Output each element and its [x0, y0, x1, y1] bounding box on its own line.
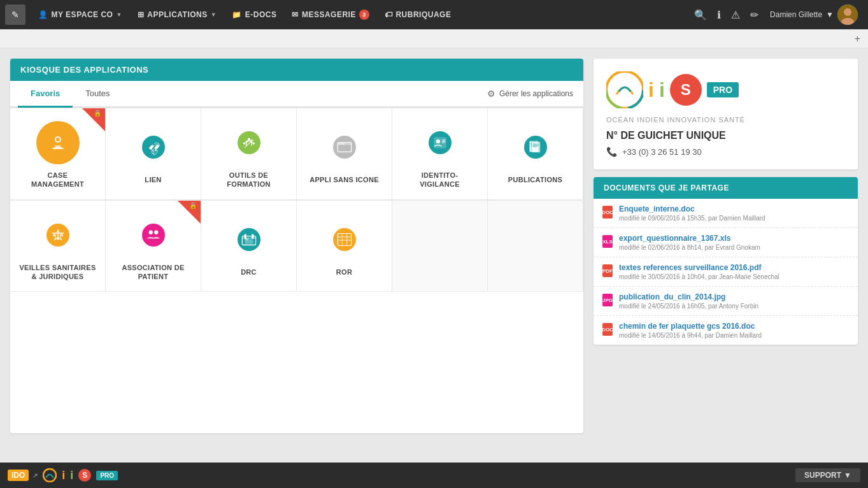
doc-item[interactable]: DOC Enquete_interne.doc modifié le 09/06…: [594, 199, 858, 228]
top-navigation: ✎ 👤 MY ESPACE CO ▼ ⊞ APPLICATIONS ▼ 📁 E-…: [0, 0, 868, 29]
nav-edocs[interactable]: 📁 E-DOCS: [225, 6, 283, 23]
app-cell-publications[interactable]: PUBLICATIONS: [488, 108, 583, 200]
svg-point-18: [341, 143, 342, 145]
phone-number: +33 (0) 3 26 51 19 30: [622, 147, 702, 157]
app-icon-publications: [514, 126, 557, 169]
doc-info: export_questionnaire_1367.xls modifié le…: [619, 234, 849, 251]
doc-meta: modifié le 09/06/2016 à 15h35, par Damie…: [619, 215, 849, 222]
app-cell-empty-2: [488, 201, 583, 292]
app-icon-identito-vigilance: [418, 121, 462, 164]
org-circle-logo: [606, 71, 643, 108]
alert-button[interactable]: ⚠: [727, 6, 744, 24]
tab-favoris[interactable]: Favoris: [18, 81, 73, 108]
app-cell-association-patient[interactable]: ASSOCIATION DEPATIENT: [106, 201, 201, 292]
nav-rubriquage-label: RUBRIQUAGE: [395, 10, 451, 19]
svg-point-39: [142, 224, 165, 247]
doc-name: Enquete_interne.doc: [619, 205, 849, 213]
tab-toutes[interactable]: Toutes: [73, 81, 122, 108]
app-cell-case-management[interactable]: CASEMANAGEMENT: [10, 108, 106, 200]
gear-icon: ⚙: [487, 89, 495, 99]
app-cell-ror[interactable]: ROR: [297, 201, 392, 292]
bottom-pro-badge: PRO: [96, 471, 118, 480]
svg-point-1: [844, 8, 851, 16]
doc-item[interactable]: DOC chemin de fer plaquette gcs 2016.doc…: [594, 316, 858, 345]
doc-info: Enquete_interne.doc modifié le 09/06/201…: [619, 205, 849, 222]
nav-my-espace[interactable]: 👤 MY ESPACE CO ▼: [32, 6, 129, 23]
edit-pencil-button[interactable]: ✏: [746, 6, 762, 24]
svg-point-5: [56, 138, 60, 141]
svg-rect-33: [532, 145, 539, 146]
user-menu[interactable]: Damien Gillette ▼: [765, 2, 863, 27]
nav-my-espace-label: MY ESPACE CO: [52, 10, 113, 19]
bottom-i2-icon: i: [70, 469, 73, 482]
doc-meta: modifié le 30/05/2016 à 10h04, par Jean-…: [619, 273, 849, 280]
chevron-down-icon: ▼: [844, 471, 851, 480]
app-cell-identito-vigilance[interactable]: IDENTITO-VIGILANCE: [392, 108, 488, 200]
svg-rect-32: [532, 144, 539, 145]
svg-point-19: [343, 143, 344, 145]
doc-type-icon: JPG: [602, 294, 613, 306]
right-panel: i i S PRO OCÉAN INDIEN INNOVATION SANTÉ …: [594, 59, 858, 433]
messagerie-badge: 3: [359, 10, 369, 20]
org-info-card: i i S PRO OCÉAN INDIEN INNOVATION SANTÉ …: [594, 59, 858, 169]
svg-rect-6: [55, 145, 61, 147]
username-label: Damien Gillette: [770, 10, 822, 19]
svg-rect-47: [245, 238, 248, 240]
bottom-circle-logo: [43, 468, 57, 482]
svg-point-48: [333, 228, 356, 251]
expand-button[interactable]: +: [855, 33, 860, 45]
chevron-down-icon: ▼: [116, 11, 122, 18]
bottom-s-icon: S: [78, 469, 91, 482]
folder-icon: 📁: [232, 10, 242, 19]
doc-info: textes references surveillance 2016.pdf …: [619, 263, 849, 280]
svg-rect-45: [252, 234, 253, 238]
ido-badge: IDO: [8, 470, 29, 481]
app-grid-row1: CASEMANAGEMENT L: [10, 108, 583, 200]
phone-icon: 📞: [606, 147, 617, 157]
app-cell-veilles-sanitaires[interactable]: VEILLES SANITAIRES& JURIDIQUES: [10, 201, 106, 292]
nav-edocs-label: E-DOCS: [245, 10, 277, 19]
doc-info: publication_du_clin_2014.jpg modifié le …: [619, 292, 849, 310]
app-cell-drc[interactable]: DRC: [201, 201, 297, 292]
support-label: SUPPORT: [804, 471, 841, 480]
main-content: KIOSQUE DES APPLICATIONS Favoris Toutes …: [0, 48, 868, 443]
app-icon-outils-formation: [227, 121, 271, 164]
svg-point-41: [154, 230, 158, 234]
svg-rect-38: [56, 238, 59, 240]
nav-applications[interactable]: ⊞ APPLICATIONS ▼: [131, 6, 223, 23]
doc-item[interactable]: PDF textes references surveillance 2016.…: [594, 257, 858, 287]
grid-icon: ⊞: [138, 10, 145, 19]
doc-type-icon: DOC: [602, 323, 613, 336]
edit-button[interactable]: ✎: [5, 4, 25, 25]
app-cell-lien[interactable]: LIEN: [106, 108, 201, 200]
app-cell-appli-sans-icone[interactable]: APPLI SANS ICONE: [297, 108, 392, 200]
chevron-down-icon: ▼: [211, 11, 217, 18]
manage-apps-button[interactable]: ⚙ Gérer les applications: [485, 83, 576, 104]
org-logos: i i S PRO: [606, 71, 845, 108]
support-button[interactable]: SUPPORT ▼: [795, 468, 860, 482]
doc-meta: modifié le 02/06/2016 à 8h14, par Evrard…: [619, 244, 849, 251]
bottom-bar: IDO ↗ i i S PRO SUPPORT ▼: [0, 463, 868, 488]
app-label-lien: LIEN: [145, 175, 161, 184]
app-cell-outils-formation[interactable]: OUTILS DEFORMATION: [201, 108, 297, 200]
doc-type-icon: XLS: [602, 235, 613, 248]
docs-header: DOCUMENTS QUE JE PARTAGE: [594, 177, 858, 199]
app-label-veilles-sanitaires: VEILLES SANITAIRES& JURIDIQUES: [19, 263, 96, 282]
app-icon-appli-sans-icone: [323, 126, 366, 169]
svg-point-13: [252, 142, 254, 144]
nav-messagerie-label: MESSAGERIE: [302, 10, 356, 19]
app-label-ror: ROR: [336, 268, 352, 276]
kiosque-header: KIOSQUE DES APPLICATIONS: [10, 59, 583, 81]
nav-messagerie[interactable]: ✉ MESSAGERIE 3: [285, 6, 376, 24]
svg-point-14: [333, 136, 356, 159]
info-button[interactable]: ℹ: [713, 6, 725, 24]
doc-item[interactable]: XLS export_questionnaire_1367.xls modifi…: [594, 228, 858, 257]
nav-rubriquage[interactable]: 🏷 RUBRIQUAGE: [378, 6, 458, 23]
doc-item[interactable]: JPG publication_du_clin_2014.jpg modifié…: [594, 287, 858, 316]
doc-name: chemin de fer plaquette gcs 2016.doc: [619, 322, 849, 331]
logo-i2: i: [659, 80, 665, 100]
phone-row: 📞 +33 (0) 3 26 51 19 30: [606, 147, 845, 157]
search-button[interactable]: 🔍: [690, 6, 711, 24]
svg-point-22: [436, 140, 439, 143]
kiosque-panel: KIOSQUE DES APPLICATIONS Favoris Toutes …: [10, 59, 583, 433]
